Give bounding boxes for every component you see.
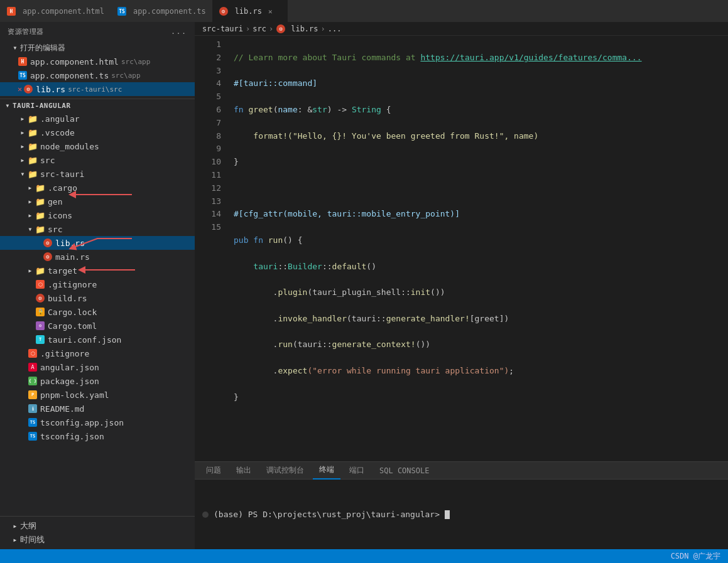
file-readme-md[interactable]: ℹ README.md [0, 402, 195, 416]
breadcrumb-sep3: › [321, 24, 325, 33]
folder-angular[interactable]: 📁 .angular [0, 112, 195, 126]
folder-angular-chevron [18, 114, 28, 124]
folder-cargo-chevron [25, 183, 35, 193]
file-angular-json[interactable]: A angular.json [0, 360, 195, 374]
folder-cargo[interactable]: 📁 .cargo [0, 181, 195, 195]
sidebar-footer: 大纲 时间线 [0, 516, 195, 549]
tsconfig-icon: TS [28, 431, 38, 441]
open-editors-header[interactable]: 打开的编辑器 [0, 41, 195, 55]
file-lib-rs[interactable]: lib.rs [0, 236, 195, 250]
file-tsconfig-json[interactable]: TS tsconfig.json [0, 429, 195, 443]
open-editors-label: 打开的编辑器 [20, 43, 65, 53]
terminal-tab-sql-console[interactable]: SQL CONSOLE [373, 462, 435, 480]
outline-chevron [10, 521, 20, 531]
folder-gen-chevron [25, 196, 35, 206]
project-chevron [3, 100, 13, 110]
terminal-content[interactable]: (base) PS D:\projects\rust_proj\tauri-an… [195, 480, 728, 549]
cargo-lock-icon: 🔒 [35, 307, 45, 317]
file-label: package.json [40, 377, 99, 386]
breadcrumb-sep1: › [246, 24, 250, 33]
sidebar-menu-dots[interactable]: ... [171, 28, 187, 36]
lib-rs-icon [43, 238, 53, 248]
sidebar-footer-outline[interactable]: 大纲 [0, 519, 195, 533]
folder-icons-icon: 📁 [35, 210, 45, 220]
file-label: pnpm-lock.yaml [40, 390, 109, 400]
readme-md-icon: ℹ [28, 404, 38, 414]
folder-vscode-icon: 📁 [28, 127, 38, 137]
project-header[interactable]: TAURI-ANGULAR [0, 99, 195, 112]
code-line-9: tauri::Builder::default() [234, 260, 728, 274]
breadcrumb-src-tauri: src-tauri [202, 24, 243, 33]
code-line-10: .plugin(tauri_plugin_shell::init()) [234, 286, 728, 299]
tab-label: app.component.ts [133, 7, 206, 16]
open-file-path: src\app [121, 58, 150, 66]
file-label: README.md [40, 404, 84, 414]
code-line-14: } [234, 391, 728, 404]
build-rs-icon [35, 293, 45, 303]
line-numbers: 12345 678910 1112131415 [195, 36, 226, 461]
file-tsconfig-app-json[interactable]: TS tsconfig.app.json [0, 416, 195, 429]
folder-src-tauri[interactable]: 📁 src-tauri [0, 167, 195, 181]
file-label: build.rs [48, 294, 87, 303]
ts-tab-icon: TS [117, 6, 127, 16]
gitignore-icon: ⬡ [35, 279, 45, 289]
sidebar-scroll: 打开的编辑器 H app.component.html src\app TS a… [0, 41, 195, 516]
file-label: lib.rs [55, 239, 85, 248]
breadcrumb-src: src [253, 24, 266, 33]
folder-vscode[interactable]: 📁 .vscode [0, 126, 195, 139]
outline-label: 大纲 [20, 520, 36, 532]
tab-app-component-html[interactable]: H app.component.html [0, 0, 111, 22]
folder-icons[interactable]: 📁 icons [0, 208, 195, 222]
terminal-tab-output[interactable]: 输出 [230, 462, 258, 480]
tab-label: app.component.html [23, 7, 104, 16]
gitignore-root-icon: ⬡ [28, 348, 38, 358]
tab-app-component-ts[interactable]: TS app.component.ts [111, 0, 212, 22]
close-icon[interactable]: ✕ [18, 85, 22, 94]
open-file-app-component-html[interactable]: H app.component.html src\app [0, 55, 195, 68]
tab-close-button[interactable]: ✕ [268, 8, 273, 16]
terminal-tab-debug-console[interactable]: 调试控制台 [260, 462, 310, 480]
folder-label: icons [48, 211, 72, 220]
open-file-app-component-ts[interactable]: TS app.component.ts src\app [0, 68, 195, 82]
code-line-8: pub fn run() { [234, 234, 728, 247]
terminal-tab-issues[interactable]: 问题 [200, 462, 227, 480]
folder-src-tauri-src[interactable]: 📁 src [0, 222, 195, 236]
pnpm-lock-icon: P [28, 390, 38, 400]
file-pnpm-lock-yaml[interactable]: P pnpm-lock.yaml [0, 388, 195, 402]
terminal-prompt: (base) PS D:\projects\rust_proj\tauri-an… [214, 510, 440, 519]
sidebar-footer-timeline[interactable]: 时间线 [0, 533, 195, 547]
file-cargo-lock[interactable]: 🔒 Cargo.lock [0, 305, 195, 319]
folder-target-chevron [25, 265, 35, 276]
breadcrumb-rs-icon [276, 24, 286, 34]
file-label: .gitignore [48, 280, 97, 289]
file-gitignore-src-tauri[interactable]: ⬡ .gitignore [0, 277, 195, 291]
file-cargo-toml[interactable]: ⚙ Cargo.toml [0, 319, 195, 333]
terminal-tab-terminal[interactable]: 终端 [313, 462, 340, 480]
terminal-tab-ports[interactable]: 端口 [343, 462, 371, 480]
folder-src-root[interactable]: 📁 src [0, 153, 195, 167]
angular-json-icon: A [28, 362, 38, 372]
folder-node-modules[interactable]: 📁 node_modules [0, 139, 195, 153]
folder-label: node_modules [40, 142, 99, 151]
file-main-rs[interactable]: main.rs [0, 250, 195, 264]
file-gitignore-root[interactable]: ⬡ .gitignore [0, 346, 195, 360]
open-file-path: src-tauri\src [68, 85, 122, 94]
file-tauri-conf-json[interactable]: T tauri.conf.json [0, 333, 195, 346]
file-build-rs[interactable]: build.rs [0, 291, 195, 305]
open-file-lib-rs[interactable]: ✕ lib.rs src-tauri\src [0, 82, 195, 96]
folder-target[interactable]: 📁 target [0, 264, 195, 277]
file-label: .gitignore [40, 349, 89, 358]
terminal-area: 问题 输出 调试控制台 终端 端口 SQL CONSOLE (base) PS … [195, 461, 728, 549]
folder-gen-icon: 📁 [35, 196, 45, 206]
folder-src-tauri-icon: 📁 [28, 169, 38, 179]
html-icon: H [18, 56, 28, 67]
folder-icons-chevron [25, 210, 35, 220]
code-area[interactable]: 12345 678910 1112131415 // Learn more ab… [195, 36, 728, 461]
file-package-json[interactable]: { } package.json [0, 374, 195, 388]
open-file-label: app.component.ts [30, 71, 109, 80]
folder-gen[interactable]: 📁 gen [0, 195, 195, 208]
folder-src-tauri-chevron [18, 169, 28, 179]
bottom-bar: CSDN @广龙宇 [0, 549, 728, 563]
file-label: Cargo.toml [48, 321, 97, 331]
tab-lib-rs[interactable]: lib.rs ✕ [212, 0, 288, 22]
